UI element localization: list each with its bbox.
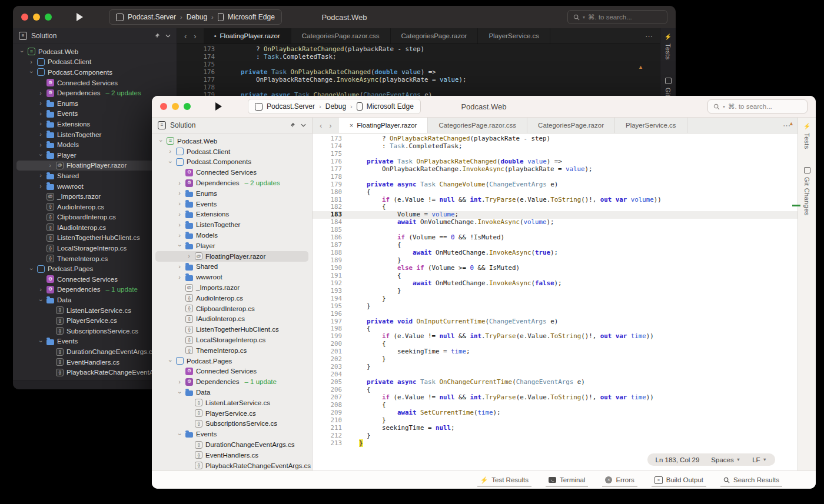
tree-item-player[interactable]: ›Player <box>155 241 308 251</box>
minimize-window-button[interactable] <box>33 14 40 21</box>
code-line-194[interactable]: 194 } <box>313 295 798 303</box>
tree-item-events[interactable]: ›Events <box>155 429 308 439</box>
chevron-collapsed-icon[interactable]: › <box>38 286 44 293</box>
chevron-collapsed-icon[interactable]: › <box>177 232 182 239</box>
breadcrumb-browser[interactable]: Microsoft Edge <box>367 102 414 111</box>
chevron-expanded-icon[interactable]: › <box>167 358 174 364</box>
tree-item-subscriptionsservice-cs[interactable]: ›SubscriptionsService.cs <box>155 419 308 429</box>
tree-item-eventhandlers-cs[interactable]: ›EventHandlers.cs <box>155 450 308 460</box>
dock-tab-tests[interactable]: ⚡Tests <box>664 34 672 60</box>
editor-tab-categoriespage-razor-css[interactable]: CategoriesPage.razor.css <box>291 28 391 44</box>
tree-item-imports-razor[interactable]: ›_Imports.razor <box>155 282 308 293</box>
tree-item-podcast-web[interactable]: ›Podcast.Web <box>155 136 308 146</box>
chevron-collapsed-icon[interactable]: › <box>38 90 44 96</box>
chevron-expanded-icon[interactable]: › <box>28 69 35 75</box>
code-line-213[interactable]: 213 } <box>313 440 798 448</box>
editor-tab-playerservice-cs[interactable]: PlayerService.cs <box>478 28 550 44</box>
chevron-collapsed-icon[interactable]: › <box>177 263 182 270</box>
tree-item-playbackratechangeeventargs-cs[interactable]: ›PlaybackRateChangeEventArgs.cs <box>155 460 308 470</box>
tree-item-podcast-pages[interactable]: ›Podcast.Pages <box>155 356 308 366</box>
breadcrumb-config[interactable]: Debug <box>187 13 207 21</box>
tree-item-durationchangeeventargs-cs[interactable]: ›DurationChangeEventArgs.cs <box>155 439 308 450</box>
tree-item-eventhandlers-cs[interactable]: ›EventHandlers.cs <box>16 357 173 368</box>
chevron-collapsed-icon[interactable]: › <box>177 379 182 385</box>
tree-item-podcast-web[interactable]: ›Podcast.Web <box>16 46 173 57</box>
close-tab-icon[interactable]: × <box>350 122 353 129</box>
chevron-collapsed-icon[interactable]: › <box>38 131 44 138</box>
tree-item-subscriptionsservice-cs[interactable]: ›SubscriptionsService.cs <box>16 326 173 336</box>
code-line-177[interactable]: 177 OnPlaybackRateChange.InvokeAsync(pla… <box>313 166 798 173</box>
tree-item-wwwroot[interactable]: ›wwwroot <box>155 272 308 282</box>
run-icon[interactable] <box>215 102 222 111</box>
bottom-dock-tab-build-output[interactable]: ≡Build Output <box>654 471 703 489</box>
chevron-expanded-icon[interactable]: › <box>177 389 183 395</box>
chevron-expanded-icon[interactable]: › <box>28 266 35 272</box>
dock-tab-git-changes[interactable]: Git Changes <box>803 167 810 216</box>
tree-item-dependencies[interactable]: ›Dependencies– 2 updates <box>155 178 308 188</box>
tree-item-data[interactable]: ›Data <box>155 387 308 398</box>
nav-forward-icon[interactable]: › <box>194 32 196 41</box>
chevron-collapsed-icon[interactable]: › <box>38 100 44 106</box>
tree-item-localstorageinterop-cs[interactable]: ›LocalStorageInterop.cs <box>155 335 308 345</box>
chevron-collapsed-icon[interactable]: › <box>28 59 34 65</box>
tree-item-floatingplayer-razor[interactable]: ›FloatingPlayer.razor <box>16 161 173 171</box>
chevron-down-icon[interactable] <box>301 124 306 127</box>
tree-item-audiointerop-cs[interactable]: ›AudioInterop.cs <box>16 202 173 212</box>
tree-item-podcast-client[interactable]: ›Podcast.Client <box>155 146 308 157</box>
chevron-collapsed-icon[interactable]: › <box>38 111 44 117</box>
chevron-expanded-icon[interactable]: › <box>19 49 25 55</box>
bottom-dock-tab-errors[interactable]: ×Errors <box>605 471 634 489</box>
bottom-dock-tab-terminal[interactable]: ›_Terminal <box>549 471 585 489</box>
close-window-button[interactable] <box>21 14 28 21</box>
tree-item-events[interactable]: ›Events <box>155 199 308 209</box>
tree-item-events[interactable]: ›Events <box>16 336 173 347</box>
tree-item-clipboardinterop-cs[interactable]: ›ClipboardInterop.cs <box>155 303 308 314</box>
close-window-button[interactable] <box>160 103 167 110</box>
pin-icon[interactable] <box>154 33 160 39</box>
tree-item-shared[interactable]: ›Shared <box>16 171 173 181</box>
breadcrumb-project[interactable]: Podcast.Server <box>267 102 315 111</box>
code-line-202[interactable]: 202 } <box>313 356 798 363</box>
tree-item-clipboardinterop-cs[interactable]: ›ClipboardInterop.cs <box>16 212 173 223</box>
tree-item-models[interactable]: ›Models <box>16 139 173 150</box>
modified-dot-icon[interactable]: • <box>214 32 217 39</box>
chevron-collapsed-icon[interactable]: › <box>38 172 44 179</box>
tree-item-shared[interactable]: ›Shared <box>155 262 308 272</box>
editor-tab-categoriespage-razor-css[interactable]: CategoriesPage.razor.css <box>428 118 527 133</box>
chevron-expanded-icon[interactable]: › <box>158 138 164 144</box>
breadcrumb-project[interactable]: Podcast.Server <box>128 13 176 21</box>
tree-item-dependencies[interactable]: ›Dependencies– 1 update <box>155 376 308 387</box>
nav-back-icon[interactable]: ‹ <box>184 32 187 41</box>
tree-item-localstorageinterop-cs[interactable]: ›LocalStorageInterop.cs <box>16 243 173 253</box>
chevron-collapsed-icon[interactable]: › <box>177 274 182 281</box>
chevron-collapsed-icon[interactable]: › <box>186 253 192 259</box>
code-line-174[interactable]: 174 : Task.CompletedTask; <box>313 143 798 151</box>
tree-item-connected-services[interactable]: ›Connected Services <box>155 167 308 178</box>
tree-item-podcast-pages[interactable]: ›Podcast.Pages <box>16 263 173 274</box>
tree-item-durationchangeeventargs-cs[interactable]: ›DurationChangeEventArgs.cs <box>16 346 173 357</box>
tab-overflow-icon[interactable]: ⋯ <box>638 28 660 44</box>
run-configuration-breadcrumb[interactable]: Podcast.Server › Debug › Microsoft Edge <box>248 99 421 114</box>
chevron-down-icon[interactable] <box>165 34 171 38</box>
warning-marker-icon[interactable]: ▲ <box>789 121 794 126</box>
tree-item-listenlaterservice-cs[interactable]: ›ListenLaterService.cs <box>16 305 173 316</box>
tree-item-imports-razor[interactable]: ›_Imports.razor <box>16 191 173 202</box>
global-search-input[interactable]: ▾ ⌘. to search... <box>567 10 667 24</box>
chevron-expanded-icon[interactable]: › <box>38 152 44 158</box>
chevron-collapsed-icon[interactable]: › <box>177 222 182 228</box>
code-line-197[interactable]: 197 private void OnInputCurrentTime(Chan… <box>313 318 798 326</box>
code-line-211[interactable]: 211 seekingTime = null; <box>313 425 798 432</box>
pin-icon[interactable] <box>290 122 295 128</box>
zoom-window-button[interactable] <box>184 103 191 110</box>
chevron-collapsed-icon[interactable]: › <box>38 183 44 189</box>
tree-item-events[interactable]: ›Events <box>16 109 173 119</box>
chevron-expanded-icon[interactable]: › <box>38 338 44 344</box>
editor-tab-categoriespage-razor[interactable]: CategoriesPage.razor <box>527 118 615 133</box>
editor-tab-floatingplayer-razor[interactable]: ×FloatingPlayer.razor <box>339 118 428 133</box>
tree-item-player[interactable]: ›Player <box>16 150 173 161</box>
tree-item-podcast-components[interactable]: ›Podcast.Components <box>16 67 173 78</box>
tree-item-themeinterop-cs[interactable]: ›ThemeInterop.cs <box>16 253 173 264</box>
tab-overflow-icon[interactable]: ⋯ <box>776 118 798 133</box>
tree-item-extensions[interactable]: ›Extensions <box>16 119 173 129</box>
tree-item-playerservice-cs[interactable]: ›PlayerService.cs <box>16 315 173 326</box>
